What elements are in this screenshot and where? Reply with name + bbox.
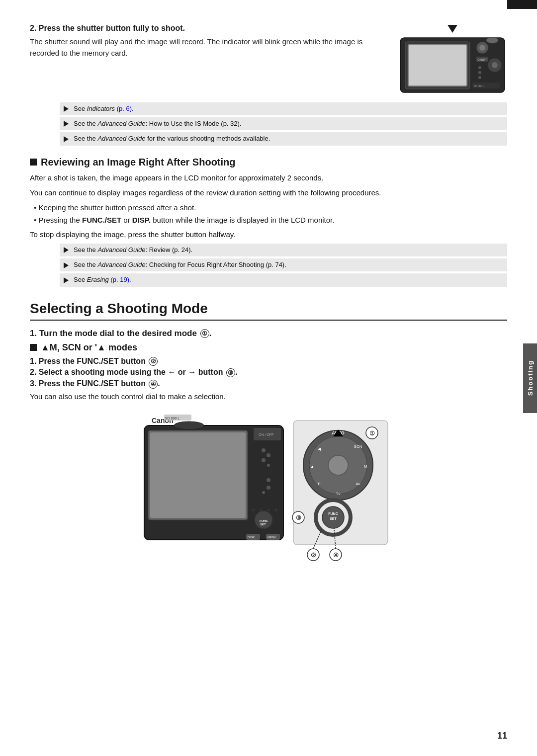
svg-point-54 [328,455,348,475]
shutter-heading: 2. Press the shutter button fully to sho… [30,24,388,33]
info-italic-4: Advanced Guide [97,246,145,253]
reviewing-info-2: See the Advanced Guide: Checking for Foc… [60,258,507,271]
camera-diagram: Canon SD 000 L ON / OFF FUNC [30,411,507,565]
reviewing-info-boxes: See the Advanced Guide: Review (p. 24). … [60,244,507,287]
svg-point-32 [252,508,255,511]
svg-text:②: ② [311,552,316,559]
reviewing-body1: After a shot is taken, the image appears… [30,172,507,184]
info-italic-6: Erasing [87,276,109,283]
shutter-info-3: See the Advanced Guide for the various s… [60,132,507,145]
svg-text:SET: SET [330,517,337,520]
svg-text:ON/OFF: ON/OFF [478,58,487,61]
svg-point-31 [174,421,204,429]
reviewing-heading-box: Reviewing an Image Right After Shooting [30,157,507,168]
svg-text:④: ④ [333,552,339,559]
bullet-item-1: Keeping the shutter button pressed after… [34,202,507,213]
section-shutter: 2. Press the shutter button fully to sho… [30,24,507,98]
arrow-icon [64,106,69,112]
bold-disp: DISP. [132,216,151,224]
camera-diagram-svg: Canon SD 000 L ON / OFF FUNC [139,411,398,565]
sub-step-2: 2. Select a shooting mode using the ← or… [30,368,507,377]
page-container: 2. Press the shutter button fully to sho… [0,0,537,756]
sub-step-1: 1. Press the FUNC./SET button ② [30,357,507,366]
shutter-info-1: See Indicators (p. 6). [60,102,507,115]
arrow-icon [64,262,69,268]
svg-text:FUNC: FUNC [328,512,338,515]
arrow-icon [64,277,69,283]
step1-num: 1. [30,329,37,338]
info-link-1: (p. 6). [117,105,134,112]
info-italic-3: Advanced Guide [97,135,145,142]
main-section-title: Selecting a Shooting Mode [30,301,507,321]
svg-point-26 [262,458,266,462]
svg-point-35 [274,508,277,511]
svg-text:MENU: MENU [268,536,276,539]
info-link-2: (p. 19). [110,276,131,283]
info-italic-1: Indicators [87,105,115,112]
svg-rect-3 [409,45,466,85]
svg-text:SET: SET [260,523,266,526]
side-tab: Shooting [523,343,537,413]
svg-text:ON / OFF: ON / OFF [259,433,273,436]
svg-point-5 [479,45,485,51]
shutter-info-2: See the Advanced Guide: How to Use the I… [60,117,507,130]
svg-point-27 [267,464,270,467]
sub-section-heading: ▲M, SCN or '▲ modes [30,342,507,353]
circled-1: ① [200,329,209,338]
svg-text:FUNC: FUNC [260,519,268,522]
circled-4: ④ [149,380,158,389]
reviewing-info-1: See the Advanced Guide: Review (p. 24). [60,244,507,256]
svg-point-11 [478,71,481,74]
sub-step-3: 3. Press the FUNC./SET button ④. [30,379,507,389]
svg-point-34 [267,508,270,511]
shutter-text-block: 2. Press the shutter button fully to sho… [30,24,388,59]
svg-rect-18 [150,432,246,518]
svg-text:SD 000 L: SD 000 L [165,417,179,420]
shutter-info-boxes: See Indicators (p. 6). See the Advanced … [60,102,507,146]
shutter-body: The shutter sound will play and the imag… [30,36,388,59]
reviewing-body3: To stop displaying the image, press the … [30,229,507,241]
circled-3: ③ [226,368,235,377]
camera-top-image: ON/OFF SD 000 L [398,24,507,98]
black-square-icon [30,159,37,166]
step1: 1. Turn the mode dial to the desired mod… [30,329,507,338]
page-number: 11 [497,731,507,741]
svg-text:①: ① [369,430,375,437]
svg-text:③: ③ [296,514,301,521]
arrow-icon [64,247,69,253]
svg-point-30 [262,491,265,494]
arrow-icon [64,136,69,142]
sub-step-2-num: 2. Select a shooting mode using the ← or… [30,368,237,376]
sub-heading-text: ▲M, SCN or '▲ modes [41,342,137,353]
svg-text:SCN: SCN [354,444,362,449]
svg-text:SD 000 L: SD 000 L [474,84,484,87]
bullet-item-2: Pressing the FUNC./SET or DISP. button w… [34,214,507,226]
touch-control-text: You can also use the touch control dial … [30,391,507,403]
bold-func: FUNC./SET [82,216,121,224]
info-italic-5: Advanced Guide [97,261,145,268]
arrow-icon [64,121,69,127]
reviewing-info-3: See Erasing (p. 19). [60,273,507,286]
svg-point-12 [478,76,481,79]
svg-point-25 [267,453,270,457]
reviewing-bullets: Keeping the shutter button pressed after… [34,202,507,226]
camera-top-svg: ON/OFF SD 000 L [398,33,507,97]
svg-point-15 [486,37,498,43]
svg-text:▲: ▲ [310,464,314,469]
sub-step-3-num: 3. Press the FUNC./SET button ④. [30,379,160,388]
svg-text:Tv: Tv [336,492,341,496]
down-arrow-icon [448,25,457,33]
svg-point-10 [478,66,481,69]
circled-2: ② [149,357,158,366]
side-tab-label: Shooting [527,360,534,396]
reviewing-body2: You can continue to display images regar… [30,187,507,199]
reviewing-heading: Reviewing an Image Right After Shooting [41,157,236,168]
svg-point-24 [262,448,266,452]
svg-point-29 [267,486,270,490]
info-italic-2: Advanced Guide [97,120,145,127]
sub-step-1-num: 1. Press the FUNC./SET button ② [30,357,158,365]
top-bar [507,0,537,9]
svg-point-28 [267,478,270,482]
svg-point-9 [492,62,498,68]
black-square-icon-2 [30,344,37,351]
